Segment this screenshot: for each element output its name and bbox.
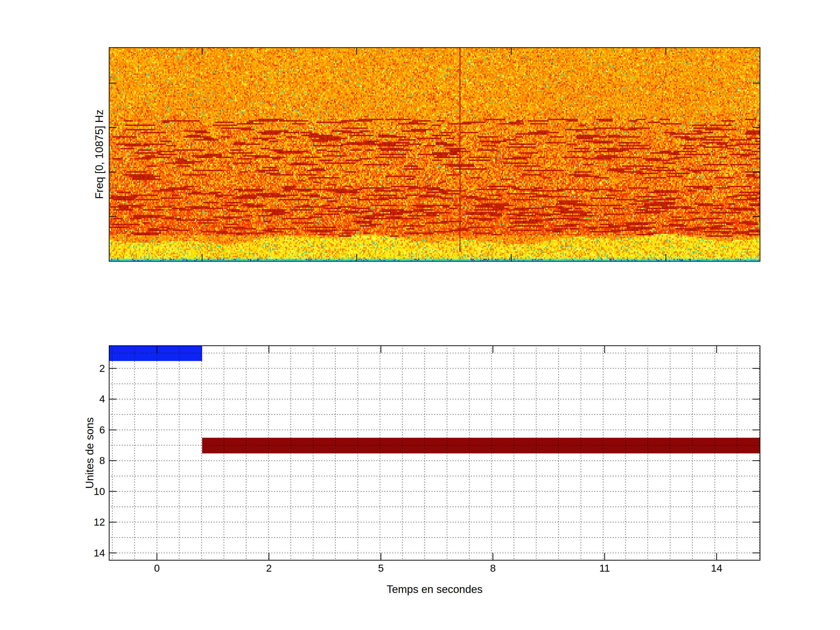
y-tick-label: 10 xyxy=(76,486,105,497)
x-tick-label: 5 xyxy=(378,562,384,574)
spectrogram-canvas xyxy=(109,47,760,262)
x-tick-label: 14 xyxy=(711,562,722,574)
y-tick-label: 4 xyxy=(76,393,105,405)
spectrogram-y-axis-label: Freq [0, 10875] Hz xyxy=(93,110,106,199)
piano-roll-x-axis-label: Temps en secondes xyxy=(387,583,482,595)
y-tick-label: 2 xyxy=(76,363,105,374)
y-tick-label: 12 xyxy=(76,516,105,528)
x-tick-label: 2 xyxy=(266,562,272,574)
x-tick-label: 8 xyxy=(490,562,496,574)
figure-window: Freq [0, 10875] Hz Unites de sons Temps … xyxy=(0,0,840,630)
y-tick-label: 8 xyxy=(76,455,105,466)
x-tick-label: 11 xyxy=(599,562,610,574)
y-tick-label: 14 xyxy=(76,547,105,559)
y-tick-label: 6 xyxy=(76,424,105,436)
x-tick-label: 0 xyxy=(154,562,159,574)
piano-roll-canvas xyxy=(109,345,760,561)
